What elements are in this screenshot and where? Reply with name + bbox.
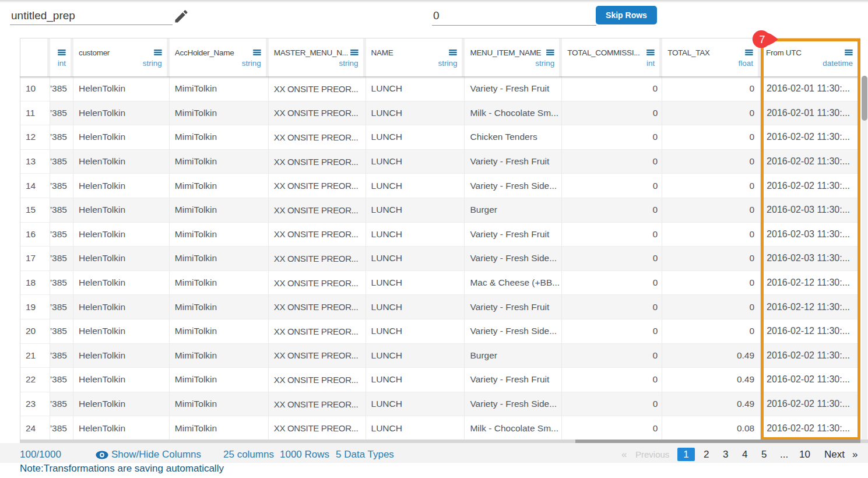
svg-text:7: 7 bbox=[759, 33, 765, 45]
